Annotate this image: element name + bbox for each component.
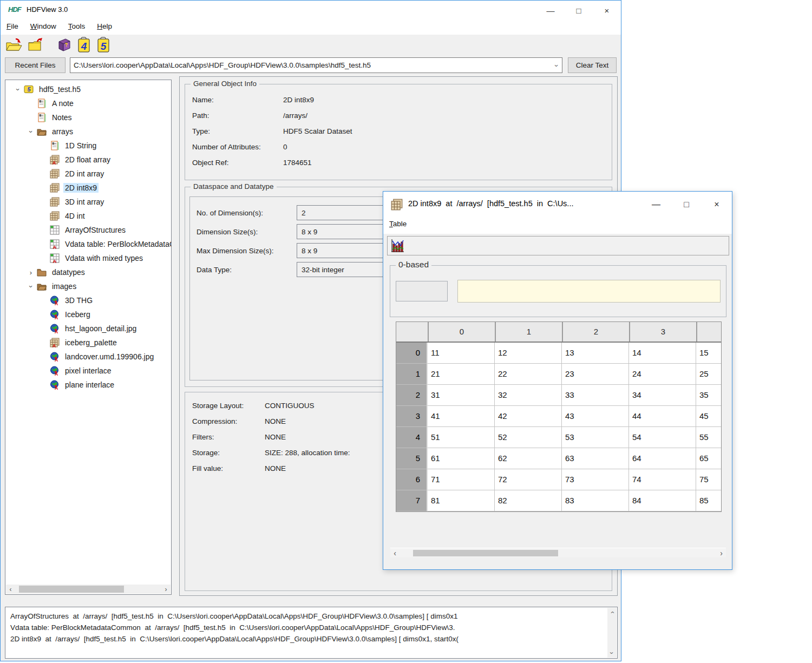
minimize-button[interactable]: —: [536, 1, 565, 20]
menu-help[interactable]: Help: [91, 20, 118, 32]
table-cell[interactable]: 34: [629, 385, 696, 406]
menu-tools[interactable]: Tools: [62, 20, 91, 32]
table-cell[interactable]: 85: [696, 490, 722, 511]
table-cell[interactable]: 42: [495, 406, 562, 427]
tree-item-iceberg-palette[interactable]: Aiceberg_palette: [5, 336, 171, 350]
table-cell[interactable]: 11: [428, 343, 495, 364]
tree-item-a-note[interactable]: A note: [5, 96, 171, 110]
tree-item-datatypes[interactable]: ›datatypes: [5, 265, 171, 279]
row-header[interactable]: 6: [396, 469, 428, 490]
scroll-down-icon[interactable]: ›: [607, 648, 617, 658]
table-cell[interactable]: 75: [696, 469, 722, 490]
tree-item-hdf5-test-h5[interactable]: ›5hdf5_test.h5: [5, 82, 171, 96]
hdf4-icon[interactable]: 4: [75, 37, 93, 53]
recent-files-button[interactable]: Recent Files: [5, 57, 66, 73]
table-cell[interactable]: 13: [562, 343, 629, 364]
table-cell[interactable]: 65: [696, 448, 722, 469]
status-vertical-scrollbar[interactable]: › ›: [607, 608, 617, 658]
scrollbar-thumb[interactable]: [19, 586, 124, 593]
open-file-icon[interactable]: [5, 37, 22, 53]
scroll-left-icon[interactable]: ‹: [390, 548, 400, 558]
table-cell[interactable]: 82: [495, 490, 562, 511]
table-cell[interactable]: 43: [562, 406, 629, 427]
tree-item-plane-interlace[interactable]: Aplane interlace: [5, 378, 171, 392]
cell-value-field[interactable]: [457, 280, 721, 303]
tree-item-2d-int8x9[interactable]: 2D int8x9: [5, 181, 171, 195]
table-cell[interactable]: 24: [629, 364, 696, 385]
tree-item-arrays[interactable]: ›arrays: [5, 124, 171, 139]
tree-item-4d-int[interactable]: 4D int: [5, 209, 171, 223]
chevron-right-icon[interactable]: ›: [25, 268, 37, 277]
table-cell[interactable]: 61: [428, 448, 495, 469]
table-corner-cell[interactable]: [396, 322, 428, 342]
scroll-up-icon[interactable]: ›: [607, 608, 617, 617]
table-cell[interactable]: 53: [562, 427, 629, 448]
table-cell[interactable]: 41: [428, 406, 495, 427]
menu-table[interactable]: Table: [383, 218, 412, 230]
scrollbar-thumb[interactable]: [413, 550, 558, 556]
tree-item-2d-int-array[interactable]: 2D int array: [5, 167, 171, 181]
tree-item-landcover-umd-199906-jpg[interactable]: Alandcover.umd.199906.jpg: [5, 350, 171, 364]
tree-item-pixel-interlace[interactable]: Apixel interlace: [5, 364, 171, 378]
scroll-left-icon[interactable]: ‹: [6, 585, 15, 594]
chevron-down-icon[interactable]: ›: [552, 64, 560, 67]
column-header[interactable]: 2: [562, 322, 629, 342]
table-cell[interactable]: 74: [629, 469, 696, 490]
menu-window[interactable]: Window: [24, 20, 62, 32]
clear-text-button[interactable]: Clear Text: [568, 57, 617, 73]
table-cell[interactable]: 54: [629, 427, 696, 448]
table-cell[interactable]: 83: [562, 490, 629, 511]
table-cell[interactable]: 81: [428, 490, 495, 511]
table-window-title-bar[interactable]: 2D int8x9 at /arrays/ [hdf5_test.h5 in C…: [383, 192, 732, 218]
table-horizontal-scrollbar[interactable]: ‹ ›: [390, 548, 726, 557]
tree-item-hst-lagoon-detail-jpg[interactable]: Ahst_lagoon_detail.jpg: [5, 321, 171, 336]
hdf5-icon[interactable]: 5: [95, 37, 112, 53]
tree-item-images[interactable]: ›images: [5, 279, 171, 293]
table-cell[interactable]: 73: [562, 469, 629, 490]
cell-reference-field[interactable]: [396, 281, 448, 301]
close-file-icon[interactable]: [27, 37, 44, 53]
table-cell[interactable]: 62: [495, 448, 562, 469]
data-table[interactable]: 0123011121314151212223242523132333435341…: [396, 321, 722, 512]
table-cell[interactable]: 14: [629, 343, 696, 364]
row-header[interactable]: 3: [396, 406, 428, 427]
column-header[interactable]: 0: [428, 322, 495, 342]
table-cell[interactable]: 64: [629, 448, 696, 469]
minimize-button[interactable]: —: [641, 192, 671, 218]
scroll-right-icon[interactable]: ›: [161, 585, 171, 594]
table-cell[interactable]: 52: [495, 427, 562, 448]
tree-item-arrayofstructures[interactable]: ArrayOfStructures: [5, 223, 171, 237]
column-header[interactable]: 1: [495, 322, 562, 342]
close-button[interactable]: ×: [702, 192, 732, 218]
file-path-combobox[interactable]: C:\Users\lori.cooper\AppData\Local\Apps\…: [70, 57, 562, 73]
table-cell[interactable]: 71: [428, 469, 495, 490]
close-button[interactable]: ×: [593, 1, 621, 20]
table-cell[interactable]: 31: [428, 385, 495, 406]
table-cell[interactable]: 15: [696, 343, 722, 364]
table-cell[interactable]: 55: [696, 427, 722, 448]
title-bar[interactable]: HDF HDFView 3.0 — □ ×: [1, 1, 621, 20]
scroll-right-icon[interactable]: ›: [717, 548, 726, 558]
row-header[interactable]: 0: [396, 343, 428, 364]
maximize-button[interactable]: □: [671, 192, 702, 218]
line-plot-button[interactable]: [389, 238, 405, 253]
table-cell[interactable]: 25: [696, 364, 722, 385]
table-cell[interactable]: 45: [696, 406, 722, 427]
chevron-down-icon[interactable]: ›: [27, 280, 35, 292]
status-log[interactable]: ArrayOfStructures at /arrays/ [hdf5_test…: [5, 607, 618, 659]
table-cell[interactable]: 44: [629, 406, 696, 427]
chevron-down-icon[interactable]: ›: [27, 126, 35, 137]
table-cell[interactable]: 84: [629, 490, 696, 511]
column-header[interactable]: [696, 322, 722, 342]
tree-item-notes[interactable]: Notes: [5, 110, 171, 124]
tree-item-iceberg[interactable]: AIceberg: [5, 307, 171, 321]
table-cell[interactable]: 35: [696, 385, 722, 406]
table-cell[interactable]: 33: [562, 385, 629, 406]
chevron-down-icon[interactable]: ›: [14, 83, 22, 95]
row-header[interactable]: 5: [396, 448, 428, 469]
tree-item-vdata-table-perblockmetadatacommon[interactable]: AVdata table: PerBlockMetadataCommon: [5, 237, 171, 251]
menu-file[interactable]: File: [1, 20, 24, 32]
table-cell[interactable]: 22: [495, 364, 562, 385]
tree-horizontal-scrollbar[interactable]: ‹ ›: [6, 585, 171, 594]
table-cell[interactable]: 51: [428, 427, 495, 448]
